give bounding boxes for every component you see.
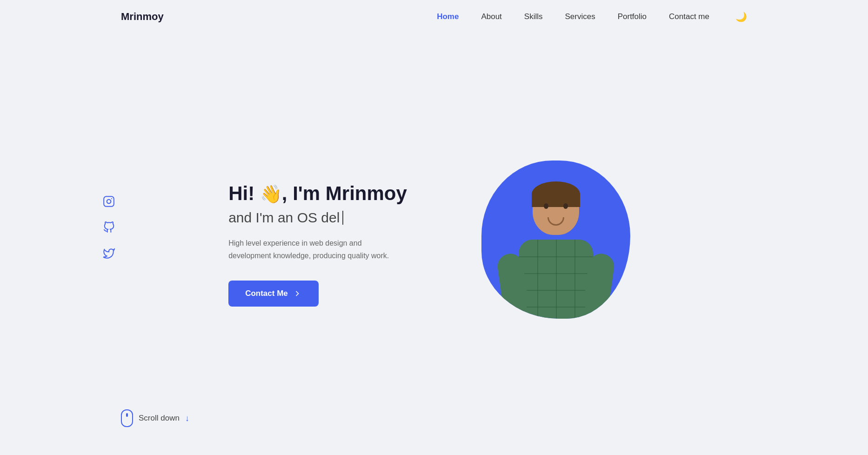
nav-item-contact[interactable]: Contact me (669, 12, 709, 21)
site-logo[interactable]: Mrinmoy (121, 11, 164, 23)
wave-emoji: 👋 (260, 184, 282, 205)
navbar: Mrinmoy Home About Skills Services Portf… (0, 0, 868, 33)
typing-cursor (342, 211, 343, 225)
nav-item-skills[interactable]: Skills (524, 12, 543, 21)
dark-mode-toggle[interactable]: 🌙 (735, 11, 747, 22)
person-figure (495, 174, 616, 319)
hero-section: Hi! 👋, I'm Mrinmoy and I'm an OS del Hig… (0, 33, 868, 455)
person-body (519, 240, 593, 319)
nav-item-home[interactable]: Home (437, 12, 459, 21)
shirt-detail (519, 290, 593, 291)
hero-title: Hi! 👋, I'm Mrinmoy (228, 182, 407, 205)
moon-icon: 🌙 (735, 12, 747, 22)
nav-links: Home About Skills Services Portfolio Con… (437, 11, 747, 22)
shirt-detail (519, 256, 593, 257)
person-eye-right (563, 203, 568, 209)
nav-item-services[interactable]: Services (565, 12, 595, 21)
hero-image-wrapper (481, 161, 640, 328)
mouse-wheel (126, 413, 128, 417)
hero-greeting-text: Hi! (228, 182, 260, 204)
shirt-detail (519, 307, 593, 308)
hero-subtitle: and I'm an OS del (228, 210, 407, 226)
mouse-icon (121, 409, 133, 427)
shirt-detail (519, 273, 593, 274)
contact-me-label: Contact Me (245, 289, 288, 298)
person-shoulder-right (582, 252, 616, 315)
person-hair (532, 181, 580, 207)
arrow-right-icon (293, 289, 302, 298)
scroll-down-label: Scroll down (139, 414, 180, 423)
hero-description: High level experience in web design and … (228, 237, 405, 262)
scroll-down[interactable]: Scroll down ↓ (121, 409, 189, 427)
hero-name: , I'm Mrinmoy (282, 182, 407, 204)
hero-content: Hi! 👋, I'm Mrinmoy and I'm an OS del Hig… (228, 182, 407, 307)
contact-me-button[interactable]: Contact Me (228, 281, 319, 307)
nav-item-portfolio[interactable]: Portfolio (618, 12, 647, 21)
nav-item-about[interactable]: About (481, 12, 501, 21)
person-shoulder-left (496, 252, 530, 315)
hero-profile-bg (481, 161, 630, 319)
person-head (533, 184, 579, 235)
hero-subtitle-text: and I'm an OS del (228, 210, 340, 226)
person-eye-left (544, 203, 548, 209)
person-smile (548, 217, 564, 226)
scroll-down-arrow-icon: ↓ (185, 414, 189, 423)
